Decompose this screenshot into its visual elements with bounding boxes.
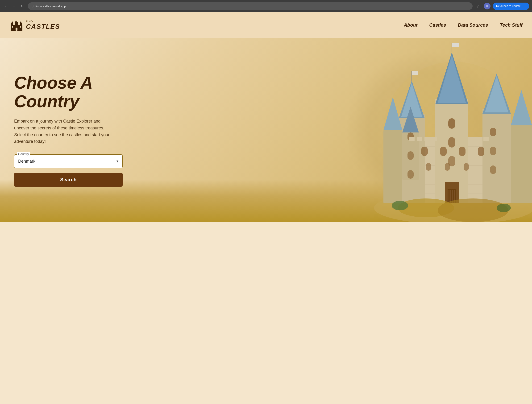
reload-button[interactable]: ↻ [19, 3, 26, 9]
svg-rect-66 [448, 156, 455, 166]
svg-rect-65 [448, 137, 455, 148]
svg-rect-5 [12, 23, 13, 24]
hero-description: Embark on a journey with Castle Explorer… [14, 118, 113, 145]
back-button[interactable]: ← [3, 3, 9, 9]
svg-rect-59 [459, 147, 466, 156]
svg-rect-33 [412, 71, 418, 75]
hero-title: Choose A Country [14, 74, 113, 111]
svg-rect-79 [409, 137, 415, 141]
svg-rect-50 [452, 43, 459, 47]
country-select[interactable]: Denmark Germany France United Kingdom Sp… [14, 155, 122, 168]
castle-svg [355, 38, 532, 222]
svg-rect-64 [448, 118, 455, 129]
nav-castles[interactable]: Castles [429, 22, 446, 28]
svg-rect-61 [426, 163, 431, 171]
update-label: Relaunch to update [496, 5, 521, 8]
svg-rect-63 [464, 163, 469, 171]
svg-rect-83 [468, 137, 474, 141]
castle-illustration [355, 38, 532, 222]
profile-button[interactable]: 0 [484, 3, 491, 9]
address-bar-container: ⓘ [28, 2, 473, 10]
svg-rect-75 [449, 190, 449, 203]
site-nav: About Castles Data Sources Tech Stuff [404, 22, 523, 28]
svg-rect-80 [417, 137, 422, 141]
svg-rect-13 [16, 28, 18, 31]
svg-rect-70 [490, 128, 496, 136]
svg-rect-68 [408, 151, 414, 160]
country-field: Country Denmark Germany France United Ki… [14, 154, 123, 168]
svg-marker-12 [20, 21, 21, 23]
svg-rect-53 [384, 130, 402, 203]
search-button[interactable]: Search [14, 173, 123, 187]
svg-point-87 [438, 198, 508, 222]
svg-rect-9 [21, 23, 22, 24]
forward-button[interactable]: → [11, 3, 18, 9]
logo-icon [9, 18, 24, 32]
logo-find-text: FIND [26, 20, 60, 23]
svg-rect-57 [421, 147, 428, 156]
hero-section: Choose A Country Embark on a journey wit… [0, 38, 532, 222]
country-label: Country [17, 152, 30, 156]
logo-link[interactable]: FIND CASTLES [9, 18, 60, 32]
svg-rect-51 [511, 125, 532, 203]
svg-rect-81 [424, 137, 430, 141]
nav-tech-stuff[interactable]: Tech Stuff [500, 22, 523, 28]
menu-dots-icon: ⋮ [522, 4, 526, 8]
svg-rect-60 [478, 147, 484, 156]
svg-rect-34 [482, 114, 511, 203]
address-bar[interactable] [35, 5, 470, 8]
hero-content: Choose A Country Embark on a journey wit… [0, 55, 127, 206]
svg-rect-71 [490, 147, 496, 155]
website-content: FIND CASTLES About Castles Data Sources … [0, 12, 532, 404]
svg-rect-4 [11, 23, 12, 24]
svg-rect-72 [490, 165, 496, 174]
security-icon: ⓘ [31, 4, 33, 8]
svg-rect-15 [20, 26, 21, 28]
nav-data-sources[interactable]: Data Sources [458, 22, 488, 28]
svg-rect-58 [440, 147, 447, 156]
svg-rect-69 [408, 170, 414, 179]
svg-marker-10 [12, 21, 13, 23]
site-header: FIND CASTLES About Castles Data Sources … [0, 12, 532, 38]
browser-frame: ← → ↻ ⓘ ☆ 0 Relaunch to update ⋮ [0, 0, 532, 12]
svg-rect-85 [483, 137, 489, 141]
bookmark-button[interactable]: ☆ [475, 3, 481, 9]
svg-point-89 [497, 204, 511, 212]
relaunch-update-button[interactable]: Relaunch to update ⋮ [493, 3, 529, 10]
svg-point-88 [392, 201, 408, 210]
browser-toolbar: ← → ↻ ⓘ ☆ 0 Relaunch to update ⋮ [0, 0, 532, 12]
svg-rect-7 [17, 22, 18, 23]
svg-rect-84 [476, 137, 481, 141]
nav-buttons: ← → ↻ [3, 3, 26, 9]
svg-rect-6 [15, 22, 16, 23]
svg-rect-8 [20, 23, 21, 24]
logo-text: FIND CASTLES [26, 20, 60, 30]
nav-about[interactable]: About [404, 22, 418, 28]
country-form: Country Denmark Germany France United Ki… [14, 154, 123, 187]
logo-castles-text: CASTLES [26, 23, 60, 30]
svg-rect-14 [12, 26, 13, 28]
svg-rect-82 [432, 137, 437, 141]
svg-marker-11 [15, 20, 17, 22]
